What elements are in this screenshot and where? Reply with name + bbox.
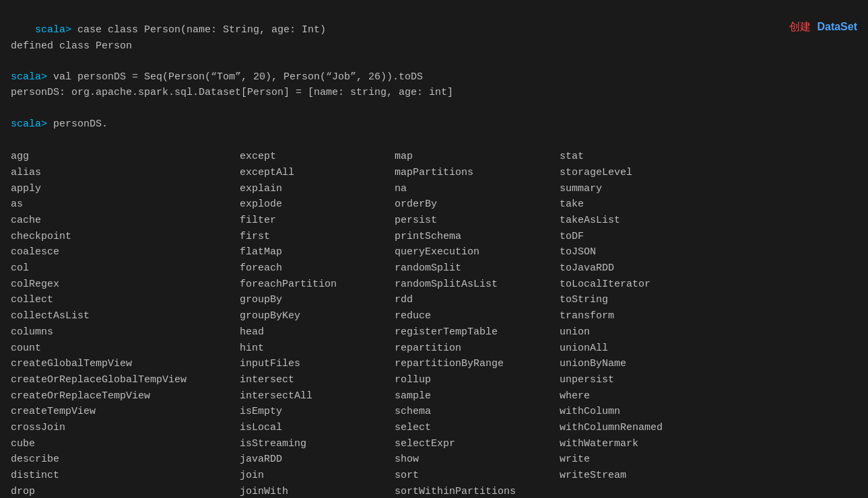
label-dataset: DataSet xyxy=(817,21,857,32)
method-item: summary xyxy=(560,181,728,197)
method-item: first xyxy=(240,229,395,245)
method-item: apply xyxy=(11,181,240,197)
method-item: randomSplitAsList xyxy=(395,277,560,293)
method-item: randomSplit xyxy=(395,260,560,277)
method-item: show xyxy=(395,452,560,468)
method-item: writeStream xyxy=(560,468,728,484)
method-item: union xyxy=(560,324,728,341)
method-item: createTempView xyxy=(11,404,240,420)
method-item: join xyxy=(240,468,395,484)
method-item: createOrReplaceTempView xyxy=(11,388,240,404)
method-item: crossJoin xyxy=(11,420,240,436)
method-item: inputFiles xyxy=(240,356,395,372)
method-item: rdd xyxy=(395,292,560,308)
method-item: transform xyxy=(560,308,728,324)
prompt-2: scala> xyxy=(11,71,53,83)
method-item: orderBy xyxy=(395,197,560,213)
method-item: toString xyxy=(560,292,728,308)
line-2: defined class Person xyxy=(11,40,132,52)
method-item: isLocal xyxy=(240,420,395,436)
line-4: personDS: org.apache.spark.sql.Dataset[P… xyxy=(11,87,453,98)
method-item: foreach xyxy=(240,260,395,277)
line-5: personDS. xyxy=(53,118,108,130)
method-item: explode xyxy=(240,197,395,213)
method-item: toLocalIterator xyxy=(560,277,728,293)
method-item: selectExpr xyxy=(395,436,560,452)
method-item: collectAsList xyxy=(11,308,240,324)
method-item xyxy=(560,484,728,498)
method-item: joinWith xyxy=(240,484,395,498)
line-1: case class Person(name: String, age: Int… xyxy=(77,24,326,36)
method-item: alias xyxy=(11,165,240,181)
method-item: repartition xyxy=(395,341,560,357)
method-item: intersect xyxy=(240,372,395,388)
method-item: unionByName xyxy=(560,356,728,372)
method-item: groupByKey xyxy=(240,308,395,324)
method-item: cache xyxy=(11,213,240,229)
method-item: toJavaRDD xyxy=(560,260,728,277)
method-item: flatMap xyxy=(240,244,395,260)
method-item: columns xyxy=(11,324,240,341)
terminal-lines: scala> case class Person(name: String, a… xyxy=(11,7,857,147)
method-item: repartitionByRange xyxy=(395,356,560,372)
method-item: withWatermark xyxy=(560,436,728,452)
method-item: stat xyxy=(560,149,728,165)
method-item: colRegex xyxy=(11,277,240,293)
method-item: printSchema xyxy=(395,229,560,245)
method-item: exceptAll xyxy=(240,165,395,181)
method-item: sortWithinPartitions xyxy=(395,484,560,498)
method-item: withColumnRenamed xyxy=(560,420,728,436)
method-item: groupBy xyxy=(240,292,395,308)
line-3: val personDS = Seq(Person(“Tom”, 20), Pe… xyxy=(53,71,423,83)
method-item: withColumn xyxy=(560,404,728,420)
method-item: where xyxy=(560,388,728,404)
method-item: schema xyxy=(395,404,560,420)
method-item: select xyxy=(395,420,560,436)
method-item: sort xyxy=(395,468,560,484)
method-item: intersectAll xyxy=(240,388,395,404)
method-item: explain xyxy=(240,181,395,197)
method-item: drop xyxy=(11,484,240,498)
method-item: describe xyxy=(11,452,240,468)
method-item: persist xyxy=(395,213,560,229)
method-item: takeAsList xyxy=(560,213,728,229)
method-item: registerTempTable xyxy=(395,324,560,341)
method-item: na xyxy=(395,181,560,197)
method-item: write xyxy=(560,452,728,468)
method-item: sample xyxy=(395,388,560,404)
method-item: rollup xyxy=(395,372,560,388)
method-item: javaRDD xyxy=(240,452,395,468)
method-item: reduce xyxy=(395,308,560,324)
method-item: unionAll xyxy=(560,341,728,357)
method-item: unpersist xyxy=(560,372,728,388)
label-section: 创建 DataSet xyxy=(789,20,857,34)
method-item: count xyxy=(11,341,240,357)
terminal-container: 创建 DataSet scala> case class Person(name… xyxy=(11,7,857,498)
label-chuangjian: 创建 xyxy=(789,21,811,32)
method-item: coalesce xyxy=(11,244,240,260)
method-item: foreachPartition xyxy=(240,277,395,293)
method-item: except xyxy=(240,149,395,165)
method-item: hint xyxy=(240,341,395,357)
method-item: storageLevel xyxy=(560,165,728,181)
prompt-3: scala> xyxy=(11,118,53,130)
method-item: createGlobalTempView xyxy=(11,356,240,372)
method-item: map xyxy=(395,149,560,165)
method-item: as xyxy=(11,197,240,213)
method-item: checkpoint xyxy=(11,229,240,245)
method-item: agg xyxy=(11,149,240,165)
method-item: head xyxy=(240,324,395,341)
method-item: isEmpty xyxy=(240,404,395,420)
method-item: isStreaming xyxy=(240,436,395,452)
prompt-1: scala> xyxy=(35,24,77,36)
method-item: toDF xyxy=(560,229,728,245)
method-item: collect xyxy=(11,292,240,308)
method-item: take xyxy=(560,197,728,213)
method-item: toJSON xyxy=(560,244,728,260)
method-list: aggexceptmapstataliasexceptAllmapPartiti… xyxy=(11,149,857,498)
method-item: col xyxy=(11,260,240,277)
method-item: distinct xyxy=(11,468,240,484)
method-item: filter xyxy=(240,213,395,229)
method-item: createOrReplaceGlobalTempView xyxy=(11,372,240,388)
method-item: queryExecution xyxy=(395,244,560,260)
